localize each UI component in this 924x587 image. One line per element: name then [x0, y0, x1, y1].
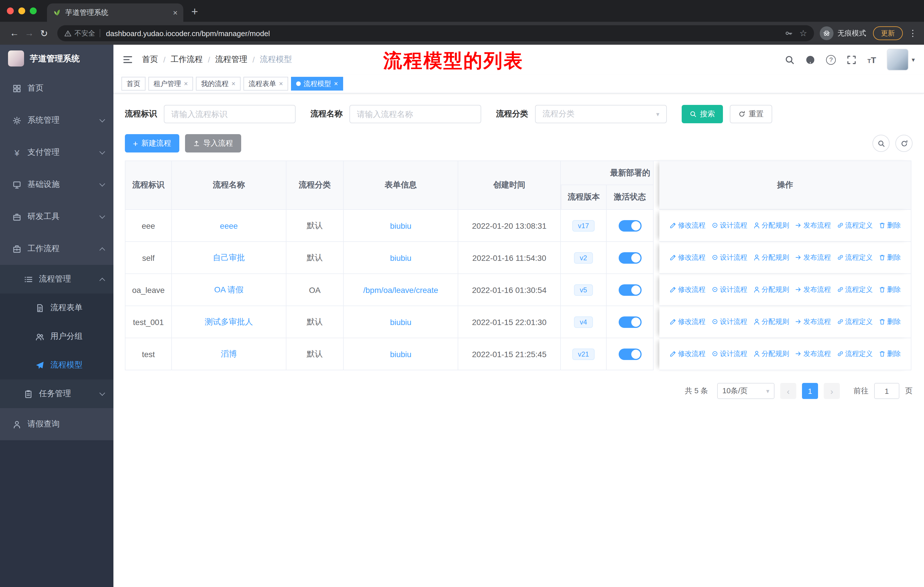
publish-process-link[interactable]: 发布流程: [795, 349, 831, 359]
github-icon[interactable]: [805, 55, 815, 64]
back-button[interactable]: ←: [7, 28, 22, 38]
modify-process-link[interactable]: 修改流程: [669, 221, 705, 230]
browser-tab[interactable]: 芋道管理系统 ×: [47, 3, 183, 22]
active-status-toggle[interactable]: [619, 284, 641, 296]
design-process-link[interactable]: 设计流程: [711, 349, 747, 359]
sidebar-item-payment-mgmt[interactable]: ¥ 支付管理: [0, 136, 114, 169]
assign-rule-link[interactable]: 分配规则: [753, 221, 789, 230]
browser-menu-icon[interactable]: ⋮: [909, 28, 917, 38]
design-process-link[interactable]: 设计流程: [711, 253, 747, 263]
assign-rule-link[interactable]: 分配规则: [753, 253, 789, 263]
font-size-icon[interactable]: TT: [867, 55, 876, 64]
minimize-window-button[interactable]: [18, 7, 25, 14]
delete-link[interactable]: 删除: [878, 349, 901, 359]
process-category-select[interactable]: 流程分类 ▾: [535, 105, 667, 123]
toggle-search-button[interactable]: [873, 135, 889, 152]
bookmark-star-icon[interactable]: ☆: [799, 28, 807, 38]
sidebar-item-system-mgmt[interactable]: 系统管理: [0, 104, 114, 136]
user-menu[interactable]: ▾: [887, 49, 915, 71]
publish-process-link[interactable]: 发布流程: [795, 317, 831, 327]
form-info-link[interactable]: /bpm/oa/leave/create: [363, 285, 438, 294]
tag-tenant-mgmt[interactable]: 租户管理×: [148, 77, 193, 91]
sidebar-item-leave-query[interactable]: 请假查询: [0, 408, 114, 440]
close-icon[interactable]: ×: [279, 80, 283, 88]
delete-link[interactable]: 删除: [878, 221, 901, 230]
refresh-table-button[interactable]: [895, 135, 912, 152]
form-info-link[interactable]: biubiu: [390, 317, 412, 326]
publish-process-link[interactable]: 发布流程: [795, 285, 831, 294]
form-info-link[interactable]: biubiu: [390, 349, 412, 359]
reload-button[interactable]: ↻: [37, 28, 51, 39]
form-info-link[interactable]: biubiu: [390, 253, 412, 262]
sidebar-item-process-mgmt[interactable]: 流程管理: [0, 265, 114, 293]
delete-link[interactable]: 删除: [878, 253, 901, 263]
sidebar-item-process-model[interactable]: 流程模型: [0, 351, 114, 379]
sidebar-item-process-form[interactable]: 流程表单: [0, 293, 114, 322]
process-definition-link[interactable]: 流程定义: [837, 253, 873, 263]
zoom-window-button[interactable]: [30, 7, 37, 14]
process-definition-link[interactable]: 流程定义: [837, 285, 873, 294]
publish-process-link[interactable]: 发布流程: [795, 221, 831, 230]
forward-button[interactable]: →: [22, 28, 37, 38]
modify-process-link[interactable]: 修改流程: [669, 349, 705, 359]
process-definition-link[interactable]: 流程定义: [837, 221, 873, 230]
sidebar-item-user-group[interactable]: 用户分组: [0, 322, 114, 351]
tab-close-icon[interactable]: ×: [173, 8, 178, 17]
new-tab-button[interactable]: +: [191, 5, 198, 18]
assign-rule-link[interactable]: 分配规则: [753, 317, 789, 327]
design-process-link[interactable]: 设计流程: [711, 317, 747, 327]
tag-process-form[interactable]: 流程表单×: [243, 77, 288, 91]
page-size-select[interactable]: 10条/页 ▾: [717, 383, 774, 399]
process-name-link[interactable]: 测试多审批人: [205, 317, 253, 326]
publish-process-link[interactable]: 发布流程: [795, 253, 831, 263]
modify-process-link[interactable]: 修改流程: [669, 317, 705, 327]
tag-process-model[interactable]: 流程模型×: [291, 77, 343, 91]
avatar[interactable]: [887, 49, 909, 71]
tag-home[interactable]: 首页: [121, 77, 145, 91]
fullscreen-icon[interactable]: [846, 55, 856, 64]
process-name-input[interactable]: [350, 105, 481, 123]
prev-page-button[interactable]: ‹: [780, 383, 796, 399]
help-icon[interactable]: ?: [826, 55, 836, 64]
sidebar-item-home[interactable]: 首页: [0, 72, 114, 104]
close-icon[interactable]: ×: [334, 80, 338, 88]
close-icon[interactable]: ×: [184, 80, 188, 88]
process-definition-link[interactable]: 流程定义: [837, 317, 873, 327]
design-process-link[interactable]: 设计流程: [711, 285, 747, 294]
form-info-link[interactable]: biubiu: [390, 221, 412, 230]
process-name-link[interactable]: 滔博: [221, 349, 237, 358]
delete-link[interactable]: 删除: [878, 285, 901, 294]
goto-page-input[interactable]: [874, 383, 899, 399]
sidebar-item-workflow[interactable]: 工作流程: [0, 233, 114, 265]
active-status-toggle[interactable]: [619, 316, 641, 327]
sidebar-item-dev-tools[interactable]: 研发工具: [0, 201, 114, 233]
import-process-button[interactable]: 导入流程: [185, 134, 241, 152]
password-key-icon[interactable]: [784, 29, 792, 37]
close-window-button[interactable]: [7, 7, 14, 14]
process-name-link[interactable]: OA 请假: [214, 284, 244, 294]
active-status-toggle[interactable]: [619, 252, 641, 263]
process-name-link[interactable]: eeee: [220, 221, 238, 230]
assign-rule-link[interactable]: 分配规则: [753, 349, 789, 359]
close-icon[interactable]: ×: [231, 80, 236, 88]
chrome-update-button[interactable]: 更新: [873, 26, 903, 40]
delete-link[interactable]: 删除: [878, 317, 901, 327]
reset-button[interactable]: 重置: [730, 105, 772, 123]
process-definition-link[interactable]: 流程定义: [837, 349, 873, 359]
assign-rule-link[interactable]: 分配规则: [753, 285, 789, 294]
hamburger-icon[interactable]: [122, 55, 133, 65]
active-status-toggle[interactable]: [619, 220, 641, 231]
breadcrumb-workflow[interactable]: 工作流程: [171, 55, 203, 65]
next-page-button[interactable]: ›: [824, 383, 840, 399]
modify-process-link[interactable]: 修改流程: [669, 253, 705, 263]
page-1-button[interactable]: 1: [802, 383, 818, 399]
design-process-link[interactable]: 设计流程: [711, 221, 747, 230]
process-id-input[interactable]: [164, 105, 295, 123]
active-status-toggle[interactable]: [619, 348, 641, 360]
modify-process-link[interactable]: 修改流程: [669, 285, 705, 294]
address-bar[interactable]: 不安全 dashboard.yudao.iocoder.cn/bpm/manag…: [57, 25, 814, 41]
new-process-button[interactable]: + 新建流程: [125, 134, 179, 152]
sidebar-item-task-mgmt[interactable]: 任务管理: [0, 379, 114, 408]
process-name-link[interactable]: 自己审批: [213, 253, 245, 262]
search-button[interactable]: 搜索: [682, 105, 723, 123]
